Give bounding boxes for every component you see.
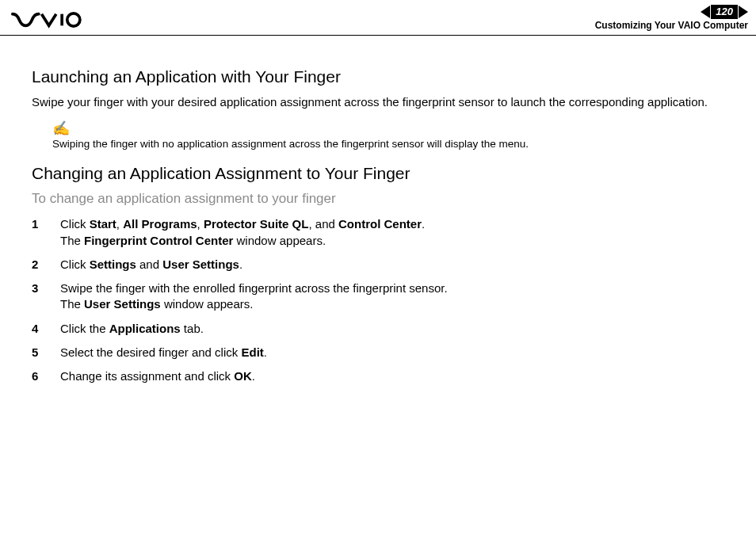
svg-point-1 bbox=[67, 13, 80, 26]
next-page-arrow-icon[interactable] bbox=[739, 6, 748, 18]
step-6: 6 Change its assignment and click OK. bbox=[60, 368, 724, 384]
breadcrumb[interactable]: Customizing Your VAIO Computer bbox=[595, 20, 748, 31]
steps-list: 1 Click Start, All Programs, Protector S… bbox=[32, 216, 724, 384]
step-5: 5 Select the desired finger and click Ed… bbox=[60, 345, 724, 360]
section-title-changing: Changing an Application Assignment to Yo… bbox=[32, 164, 724, 183]
step-number: 2 bbox=[32, 257, 38, 273]
step-2: 2 Click Settings and User Settings. bbox=[60, 257, 724, 273]
header-right: 120 Customizing Your VAIO Computer bbox=[595, 5, 748, 31]
section-title-launching: Launching an Application with Your Finge… bbox=[32, 67, 724, 86]
step-number: 1 bbox=[32, 216, 38, 232]
vaio-logo-svg bbox=[11, 11, 98, 29]
vaio-logo bbox=[11, 5, 98, 32]
page-number: 120 bbox=[711, 5, 738, 19]
page-nav: 120 bbox=[595, 5, 748, 19]
step-text: Change its assignment and click OK. bbox=[60, 369, 255, 383]
prev-page-arrow-icon[interactable] bbox=[701, 6, 710, 18]
launching-body: Swipe your finger with your desired appl… bbox=[32, 94, 724, 110]
step-number: 3 bbox=[32, 280, 38, 296]
svg-rect-0 bbox=[60, 14, 63, 26]
step-number: 6 bbox=[32, 368, 38, 384]
sub-heading: To change an application assignment to y… bbox=[32, 191, 724, 207]
page-content: Launching an Application with Your Finge… bbox=[0, 36, 756, 384]
step-text: Click the Applications tab. bbox=[60, 322, 204, 335]
page-header: 120 Customizing Your VAIO Computer bbox=[0, 0, 756, 36]
step-text-line2: The Fingerprint Control Center window ap… bbox=[60, 234, 326, 247]
step-text: Click Settings and User Settings. bbox=[60, 257, 242, 271]
document-page: 120 Customizing Your VAIO Computer Launc… bbox=[0, 0, 756, 534]
step-4: 4 Click the Applications tab. bbox=[60, 321, 724, 337]
note-text: Swiping the finger with no application a… bbox=[52, 137, 724, 151]
step-text: Select the desired finger and click Edit… bbox=[60, 345, 267, 359]
step-1: 1 Click Start, All Programs, Protector S… bbox=[60, 216, 724, 249]
step-number: 5 bbox=[32, 345, 38, 360]
step-text: Swipe the finger with the enrolled finge… bbox=[60, 281, 448, 295]
note-icon: ✍ bbox=[52, 121, 724, 135]
step-text: Click Start, All Programs, Protector Sui… bbox=[60, 217, 425, 231]
step-text-line2: The User Settings window appears. bbox=[60, 297, 253, 311]
step-3: 3 Swipe the finger with the enrolled fin… bbox=[60, 280, 724, 313]
note-block: ✍ Swiping the finger with no application… bbox=[32, 121, 724, 151]
step-number: 4 bbox=[32, 321, 38, 337]
